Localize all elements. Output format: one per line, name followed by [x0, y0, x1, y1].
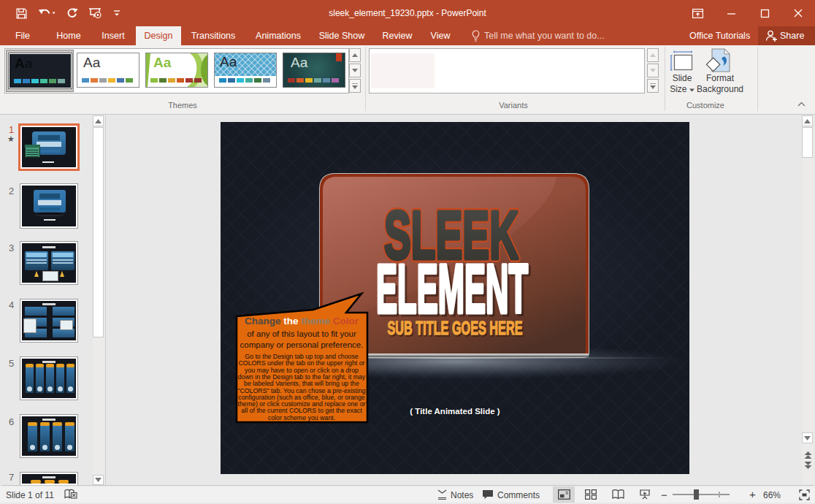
svg-text:of any of this layout to fit y: of any of this layout to fit your [247, 329, 356, 338]
svg-text:Change the theme Color: Change the theme Color [245, 316, 359, 327]
svg-text:company or personal preference: company or personal preference. [240, 340, 364, 349]
svg-text:SUB TITLE GOES HERE: SUB TITLE GOES HERE [388, 317, 523, 339]
svg-text:color scheme you want.: color scheme you want. [268, 414, 335, 421]
svg-text:( Title Animated Slide ): ( Title Animated Slide ) [410, 407, 500, 416]
svg-text:ELEMENT: ELEMENT [376, 250, 528, 327]
